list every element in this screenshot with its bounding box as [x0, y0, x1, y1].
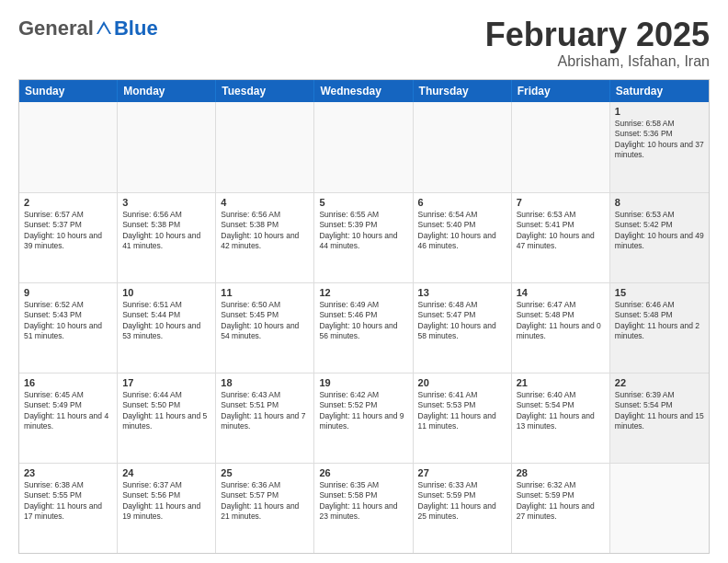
cell-text: Sunrise: 6:41 AM Sunset: 5:53 PM Dayligh… [418, 390, 506, 432]
day-number: 19 [319, 377, 407, 388]
calendar-cell: 6Sunrise: 6:54 AM Sunset: 5:40 PM Daylig… [414, 193, 512, 282]
calendar-cell: 8Sunrise: 6:53 AM Sunset: 5:42 PM Daylig… [610, 193, 709, 282]
main-title: February 2025 [485, 17, 710, 53]
cell-text: Sunrise: 6:58 AM Sunset: 5:36 PM Dayligh… [615, 119, 704, 161]
day-number: 13 [418, 287, 506, 298]
cell-text: Sunrise: 6:53 AM Sunset: 5:41 PM Dayligh… [517, 210, 605, 252]
day-number: 23 [24, 467, 112, 478]
day-number: 1 [615, 106, 704, 117]
cell-text: Sunrise: 6:43 AM Sunset: 5:51 PM Dayligh… [221, 390, 309, 432]
calendar-cell [118, 102, 216, 192]
day-number: 17 [122, 377, 210, 388]
calendar-cell [19, 102, 118, 192]
calendar-cell: 9Sunrise: 6:52 AM Sunset: 5:43 PM Daylig… [19, 283, 118, 373]
calendar-header-cell: Monday [118, 80, 216, 102]
calendar-cell: 4Sunrise: 6:56 AM Sunset: 5:38 PM Daylig… [216, 193, 314, 282]
calendar-cell: 16Sunrise: 6:45 AM Sunset: 5:49 PM Dayli… [19, 373, 118, 463]
subtitle: Abrisham, Isfahan, Iran [485, 53, 710, 70]
calendar-row: 23Sunrise: 6:38 AM Sunset: 5:55 PM Dayli… [19, 463, 709, 553]
day-number: 9 [24, 287, 112, 298]
cell-text: Sunrise: 6:56 AM Sunset: 5:38 PM Dayligh… [221, 210, 309, 252]
logo-icon [95, 19, 113, 38]
day-number: 10 [122, 287, 210, 298]
cell-text: Sunrise: 6:45 AM Sunset: 5:49 PM Dayligh… [24, 390, 112, 432]
cell-text: Sunrise: 6:36 AM Sunset: 5:57 PM Dayligh… [221, 480, 309, 523]
day-number: 3 [122, 197, 210, 208]
calendar-cell: 22Sunrise: 6:39 AM Sunset: 5:54 PM Dayli… [610, 373, 709, 463]
cell-text: Sunrise: 6:35 AM Sunset: 5:58 PM Dayligh… [319, 480, 407, 523]
calendar-header: SundayMondayTuesdayWednesdayThursdayFrid… [19, 80, 709, 102]
cell-text: Sunrise: 6:51 AM Sunset: 5:44 PM Dayligh… [122, 300, 210, 342]
calendar-cell: 15Sunrise: 6:46 AM Sunset: 5:48 PM Dayli… [610, 283, 709, 373]
day-number: 4 [221, 197, 309, 208]
calendar-cell [512, 102, 610, 192]
calendar-cell [314, 102, 413, 192]
calendar-cell: 2Sunrise: 6:57 AM Sunset: 5:37 PM Daylig… [19, 193, 118, 282]
calendar-row: 2Sunrise: 6:57 AM Sunset: 5:37 PM Daylig… [19, 192, 709, 282]
calendar-cell: 26Sunrise: 6:35 AM Sunset: 5:58 PM Dayli… [314, 464, 413, 553]
cell-text: Sunrise: 6:38 AM Sunset: 5:55 PM Dayligh… [24, 480, 112, 523]
calendar-cell: 11Sunrise: 6:50 AM Sunset: 5:45 PM Dayli… [216, 283, 314, 373]
calendar-cell: 12Sunrise: 6:49 AM Sunset: 5:46 PM Dayli… [314, 283, 413, 373]
cell-text: Sunrise: 6:50 AM Sunset: 5:45 PM Dayligh… [221, 300, 309, 342]
calendar-cell: 7Sunrise: 6:53 AM Sunset: 5:41 PM Daylig… [512, 193, 610, 282]
cell-text: Sunrise: 6:52 AM Sunset: 5:43 PM Dayligh… [24, 300, 112, 342]
logo: General Blue [18, 17, 158, 40]
day-number: 20 [418, 377, 506, 388]
calendar-cell: 19Sunrise: 6:42 AM Sunset: 5:52 PM Dayli… [314, 373, 413, 463]
day-number: 22 [615, 377, 704, 388]
calendar-cell: 3Sunrise: 6:56 AM Sunset: 5:38 PM Daylig… [118, 193, 216, 282]
calendar-row: 16Sunrise: 6:45 AM Sunset: 5:49 PM Dayli… [19, 373, 709, 463]
cell-text: Sunrise: 6:48 AM Sunset: 5:47 PM Dayligh… [418, 300, 506, 342]
calendar-cell: 17Sunrise: 6:44 AM Sunset: 5:50 PM Dayli… [118, 373, 216, 463]
title-block: February 2025 Abrisham, Isfahan, Iran [485, 17, 710, 70]
cell-text: Sunrise: 6:54 AM Sunset: 5:40 PM Dayligh… [418, 210, 506, 252]
cell-text: Sunrise: 6:49 AM Sunset: 5:46 PM Dayligh… [319, 300, 407, 342]
cell-text: Sunrise: 6:40 AM Sunset: 5:54 PM Dayligh… [517, 390, 605, 432]
cell-text: Sunrise: 6:44 AM Sunset: 5:50 PM Dayligh… [122, 390, 210, 432]
calendar-cell: 13Sunrise: 6:48 AM Sunset: 5:47 PM Dayli… [414, 283, 512, 373]
calendar-cell: 14Sunrise: 6:47 AM Sunset: 5:48 PM Dayli… [512, 283, 610, 373]
calendar-cell: 18Sunrise: 6:43 AM Sunset: 5:51 PM Dayli… [216, 373, 314, 463]
day-number: 12 [319, 287, 407, 298]
day-number: 14 [517, 287, 605, 298]
day-number: 18 [221, 377, 309, 388]
header: General Blue February 2025 Abrisham, Isf… [18, 17, 710, 70]
cell-text: Sunrise: 6:42 AM Sunset: 5:52 PM Dayligh… [319, 390, 407, 432]
cell-text: Sunrise: 6:57 AM Sunset: 5:37 PM Dayligh… [24, 210, 112, 252]
calendar-cell: 1Sunrise: 6:58 AM Sunset: 5:36 PM Daylig… [610, 102, 709, 192]
day-number: 11 [221, 287, 309, 298]
calendar-header-cell: Sunday [19, 80, 118, 102]
calendar: SundayMondayTuesdayWednesdayThursdayFrid… [18, 79, 710, 554]
calendar-cell: 20Sunrise: 6:41 AM Sunset: 5:53 PM Dayli… [414, 373, 512, 463]
cell-text: Sunrise: 6:47 AM Sunset: 5:48 PM Dayligh… [517, 300, 605, 342]
day-number: 27 [418, 467, 506, 478]
calendar-cell: 5Sunrise: 6:55 AM Sunset: 5:39 PM Daylig… [314, 193, 413, 282]
calendar-cell: 21Sunrise: 6:40 AM Sunset: 5:54 PM Dayli… [512, 373, 610, 463]
day-number: 24 [122, 467, 210, 478]
calendar-row: 1Sunrise: 6:58 AM Sunset: 5:36 PM Daylig… [19, 102, 709, 192]
calendar-cell [414, 102, 512, 192]
cell-text: Sunrise: 6:33 AM Sunset: 5:59 PM Dayligh… [418, 480, 506, 523]
day-number: 5 [319, 197, 407, 208]
calendar-cell: 27Sunrise: 6:33 AM Sunset: 5:59 PM Dayli… [414, 464, 512, 553]
day-number: 28 [517, 467, 605, 478]
calendar-cell: 25Sunrise: 6:36 AM Sunset: 5:57 PM Dayli… [216, 464, 314, 553]
day-number: 2 [24, 197, 112, 208]
cell-text: Sunrise: 6:39 AM Sunset: 5:54 PM Dayligh… [615, 390, 704, 432]
logo-general: General [18, 17, 94, 40]
day-number: 21 [517, 377, 605, 388]
calendar-header-cell: Wednesday [314, 80, 413, 102]
day-number: 7 [517, 197, 605, 208]
day-number: 6 [418, 197, 506, 208]
calendar-header-cell: Saturday [610, 80, 709, 102]
day-number: 15 [615, 287, 704, 298]
calendar-cell [216, 102, 314, 192]
calendar-header-cell: Friday [512, 80, 610, 102]
calendar-header-cell: Tuesday [216, 80, 314, 102]
page: General Blue February 2025 Abrisham, Isf… [0, 0, 728, 563]
calendar-cell: 28Sunrise: 6:32 AM Sunset: 5:59 PM Dayli… [512, 464, 610, 553]
day-number: 25 [221, 467, 309, 478]
calendar-body: 1Sunrise: 6:58 AM Sunset: 5:36 PM Daylig… [19, 102, 709, 553]
calendar-cell: 23Sunrise: 6:38 AM Sunset: 5:55 PM Dayli… [19, 464, 118, 553]
